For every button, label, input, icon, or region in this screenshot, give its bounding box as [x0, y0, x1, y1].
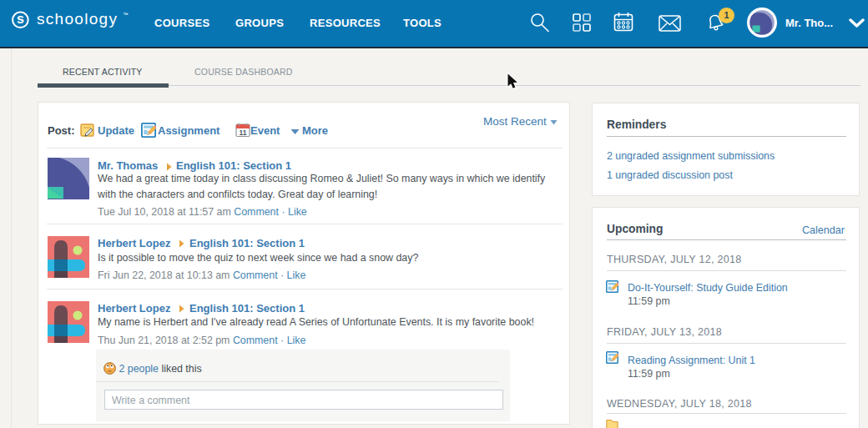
svg-text:schoology: schoology — [37, 10, 118, 28]
svg-text:™: ™ — [123, 12, 129, 18]
svg-text:11: 11 — [240, 128, 247, 137]
svg-text:s: s — [17, 12, 24, 26]
